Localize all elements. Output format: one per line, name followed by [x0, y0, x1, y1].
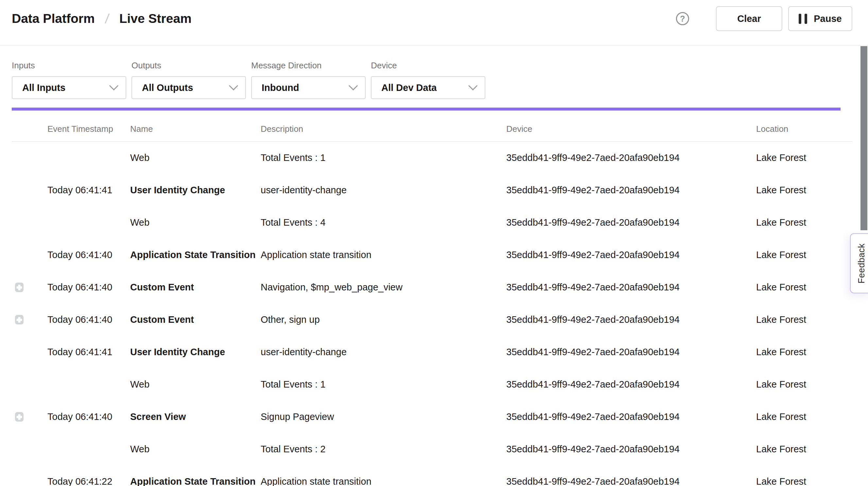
event-row[interactable]: Today 06:41:40Custom EventOther, sign up… [12, 304, 852, 336]
cell-timestamp: Today 06:41:40 [48, 412, 130, 422]
cell-timestamp: Today 06:41:41 [48, 185, 130, 195]
cell-device: 35eddb41-9ff9-49e2-7aed-20afa90eb194 [506, 217, 756, 228]
inputs-dropdown[interactable]: All Inputs [12, 76, 126, 99]
column-header-description: Description [261, 124, 506, 134]
column-header-name: Name [130, 124, 261, 134]
cell-timestamp: Today 06:41:22 [48, 476, 130, 486]
accent-divider [12, 108, 840, 111]
event-row[interactable]: Today 06:41:40Application State Transiti… [12, 239, 852, 271]
expand-event-button[interactable] [15, 315, 24, 325]
cell-location: Lake Forest [756, 185, 852, 195]
cell-expand [12, 271, 48, 304]
chevron-down-icon [229, 81, 238, 90]
cell-description: user-identity-change [261, 185, 506, 195]
filter-message-direction: Message Direction Inbound [251, 61, 366, 99]
batch-row[interactable]: WebTotal Events : 235eddb41-9ff9-49e2-7a… [12, 433, 852, 465]
cell-location: Lake Forest [756, 314, 852, 325]
inputs-dropdown-value: All Inputs [22, 83, 65, 93]
cell-description: Total Events : 2 [261, 444, 506, 455]
pause-button[interactable]: Pause [788, 6, 852, 31]
cell-device: 35eddb41-9ff9-49e2-7aed-20afa90eb194 [506, 379, 756, 390]
expand-event-button[interactable] [15, 282, 24, 292]
feedback-tab[interactable]: Feedback [850, 233, 868, 293]
clear-button[interactable]: Clear [716, 6, 782, 31]
cell-expand [12, 239, 48, 271]
batch-row[interactable]: WebTotal Events : 135eddb41-9ff9-49e2-7a… [12, 142, 852, 174]
cell-location: Lake Forest [756, 412, 852, 422]
help-icon[interactable]: ? [676, 12, 689, 25]
cell-expand [12, 465, 48, 486]
batch-row[interactable]: WebTotal Events : 135eddb41-9ff9-49e2-7a… [12, 368, 852, 401]
column-header-event-timestamp: Event Timestamp [48, 124, 130, 134]
cell-expand [12, 401, 48, 433]
filter-device-label: Device [371, 61, 485, 71]
table-body: WebTotal Events : 135eddb41-9ff9-49e2-7a… [12, 142, 852, 486]
cell-name: Application State Transition [130, 476, 261, 486]
cell-name: Custom Event [130, 282, 261, 293]
chevron-down-icon [468, 81, 477, 90]
event-row[interactable]: Today 06:41:22Application State Transiti… [12, 465, 852, 486]
batch-row[interactable]: WebTotal Events : 435eddb41-9ff9-49e2-7a… [12, 206, 852, 239]
filter-outputs: Outputs All Outputs [131, 61, 246, 99]
feedback-tab-label: Feedback [857, 243, 867, 283]
cell-description: Application state transition [261, 476, 506, 486]
cell-expand [12, 206, 48, 239]
cell-description: Total Events : 1 [261, 152, 506, 163]
column-header-location: Location [756, 124, 852, 134]
cell-description: Total Events : 4 [261, 217, 506, 228]
cell-name: Custom Event [130, 314, 261, 325]
chevron-down-icon [109, 81, 118, 90]
cell-name: Web [130, 217, 261, 228]
live-stream-page: Data Platform / Live Stream ? Clear Paus… [0, 0, 868, 486]
cell-location: Lake Forest [756, 476, 852, 486]
cell-description: user-identity-change [261, 347, 506, 358]
message-direction-dropdown[interactable]: Inbound [251, 76, 366, 99]
cell-name: User Identity Change [130, 347, 261, 358]
cell-expand [12, 433, 48, 465]
filter-message-direction-label: Message Direction [251, 61, 366, 71]
breadcrumb-separator-icon: / [104, 11, 110, 26]
cell-location: Lake Forest [756, 152, 852, 163]
cell-timestamp: Today 06:41:40 [48, 314, 130, 325]
cell-device: 35eddb41-9ff9-49e2-7aed-20afa90eb194 [506, 152, 756, 163]
cell-location: Lake Forest [756, 444, 852, 455]
cell-name: Web [130, 444, 261, 455]
cell-expand [12, 368, 48, 401]
device-dropdown[interactable]: All Dev Data [371, 76, 485, 99]
vertical-scrollbar-thumb[interactable] [861, 46, 867, 230]
pause-icon [799, 14, 807, 24]
cell-name: Web [130, 379, 261, 390]
filter-inputs-label: Inputs [12, 61, 126, 71]
cell-description: Total Events : 1 [261, 379, 506, 390]
pause-button-label: Pause [814, 13, 841, 24]
column-header-device: Device [506, 124, 756, 134]
event-row[interactable]: Today 06:41:40Custom EventNavigation, $m… [12, 271, 852, 304]
event-row[interactable]: Today 06:41:41User Identity Changeuser-i… [12, 336, 852, 368]
cell-expand [12, 174, 48, 206]
cell-device: 35eddb41-9ff9-49e2-7aed-20afa90eb194 [506, 347, 756, 358]
cell-expand [12, 304, 48, 336]
table-header: Event Timestamp Name Description Device … [12, 111, 852, 142]
cell-expand [12, 336, 48, 368]
breadcrumb-section[interactable]: Data Platform [12, 11, 95, 26]
cell-location: Lake Forest [756, 282, 852, 293]
message-direction-dropdown-value: Inbound [261, 83, 299, 93]
cell-device: 35eddb41-9ff9-49e2-7aed-20afa90eb194 [506, 282, 756, 293]
cell-description: Navigation, $mp_web_page_view [261, 282, 506, 293]
filters-bar: Inputs All Inputs Outputs All Outputs Me… [0, 45, 868, 99]
outputs-dropdown[interactable]: All Outputs [131, 76, 246, 99]
event-row[interactable]: Today 06:41:41User Identity Changeuser-i… [12, 174, 852, 206]
page-header: Data Platform / Live Stream ? Clear Paus… [0, 0, 868, 45]
cell-device: 35eddb41-9ff9-49e2-7aed-20afa90eb194 [506, 444, 756, 455]
device-dropdown-value: All Dev Data [381, 83, 437, 93]
cell-name: Web [130, 152, 261, 163]
cell-timestamp: Today 06:41:41 [48, 347, 130, 358]
expand-event-button[interactable] [15, 412, 24, 422]
chevron-down-icon [349, 81, 358, 90]
cell-device: 35eddb41-9ff9-49e2-7aed-20afa90eb194 [506, 412, 756, 422]
event-row[interactable]: Today 06:41:40Screen ViewSignup Pageview… [12, 401, 852, 433]
breadcrumb: Data Platform / Live Stream [12, 11, 192, 26]
cell-location: Lake Forest [756, 347, 852, 358]
cell-timestamp: Today 06:41:40 [48, 282, 130, 293]
breadcrumb-current-page: Live Stream [119, 11, 192, 26]
